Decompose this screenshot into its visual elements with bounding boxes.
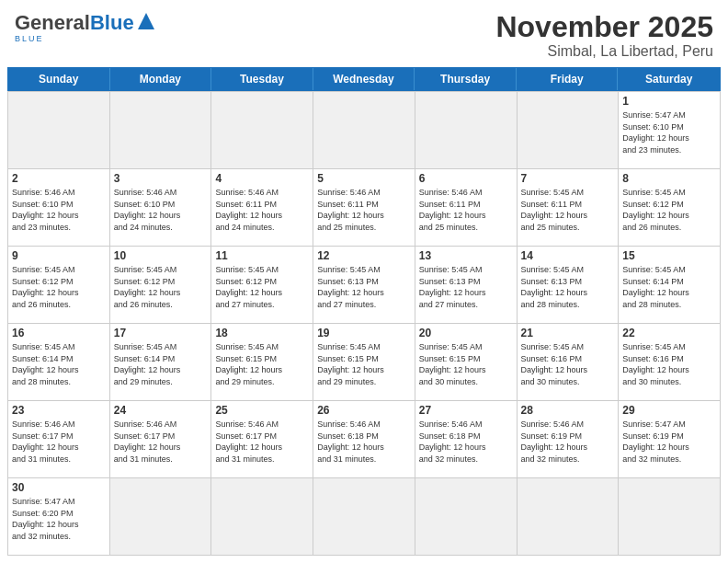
calendar-day-12: 12Sunrise: 5:45 AM Sunset: 6:13 PM Dayli… [313,246,415,323]
calendar-day-21: 21Sunrise: 5:45 AM Sunset: 6:16 PM Dayli… [518,323,620,400]
day-number: 8 [622,172,716,185]
day-info: Sunrise: 5:46 AM Sunset: 6:18 PM Dayligh… [317,419,384,464]
logo-triangle-icon [138,13,154,29]
day-info: Sunrise: 5:46 AM Sunset: 6:10 PM Dayligh… [114,188,181,232]
day-info: Sunrise: 5:45 AM Sunset: 6:12 PM Dayligh… [114,265,181,309]
day-header-monday: Monday [110,68,212,90]
day-number: 21 [521,327,615,339]
day-info: Sunrise: 5:45 AM Sunset: 6:11 PM Dayligh… [521,188,588,232]
calendar-day-16: 16Sunrise: 5:45 AM Sunset: 6:14 PM Dayli… [8,323,110,400]
day-number: 9 [12,249,106,262]
empty-cell [415,477,518,555]
day-number: 20 [419,327,513,339]
calendar-day-14: 14Sunrise: 5:45 AM Sunset: 6:13 PM Dayli… [518,246,620,323]
day-info: Sunrise: 5:46 AM Sunset: 6:11 PM Dayligh… [419,188,486,232]
day-info: Sunrise: 5:46 AM Sunset: 6:17 PM Dayligh… [215,419,282,464]
day-number: 30 [12,481,106,494]
day-number: 19 [317,327,411,339]
day-info: Sunrise: 5:45 AM Sunset: 6:16 PM Dayligh… [521,342,588,386]
page: GeneralBlue BLUE November 2025 Simbal, L… [0,0,728,563]
day-number: 25 [215,404,309,417]
day-number: 12 [317,249,411,262]
location-title: Simbal, La Libertad, Peru [495,43,713,60]
day-number: 10 [114,249,208,262]
logo-blue-underline: BLUE [15,34,154,43]
day-number: 2 [12,172,106,185]
day-info: Sunrise: 5:45 AM Sunset: 6:12 PM Dayligh… [12,265,79,309]
calendar-day-22: 22Sunrise: 5:45 AM Sunset: 6:16 PM Dayli… [619,323,721,400]
calendar-day-30: 30Sunrise: 5:47 AM Sunset: 6:20 PM Dayli… [8,477,110,555]
calendar-day-2: 2Sunrise: 5:46 AM Sunset: 6:10 PM Daylig… [8,168,110,246]
day-info: Sunrise: 5:46 AM Sunset: 6:10 PM Dayligh… [12,188,79,232]
day-number: 11 [215,249,309,262]
calendar-day-25: 25Sunrise: 5:46 AM Sunset: 6:17 PM Dayli… [211,400,313,477]
day-info: Sunrise: 5:46 AM Sunset: 6:17 PM Dayligh… [114,419,181,464]
day-number: 5 [317,172,411,185]
empty-cell [211,477,313,555]
day-header-thursday: Thursday [415,68,517,90]
day-number: 15 [622,249,716,262]
day-info: Sunrise: 5:46 AM Sunset: 6:17 PM Dayligh… [12,419,79,464]
day-info: Sunrise: 5:45 AM Sunset: 6:15 PM Dayligh… [317,342,384,386]
day-info: Sunrise: 5:45 AM Sunset: 6:13 PM Dayligh… [317,265,384,309]
day-info: Sunrise: 5:45 AM Sunset: 6:16 PM Dayligh… [622,342,689,386]
calendar-day-1: 1Sunrise: 5:47 AM Sunset: 6:10 PM Daylig… [619,91,721,168]
day-info: Sunrise: 5:47 AM Sunset: 6:20 PM Dayligh… [12,497,79,541]
calendar-day-3: 3Sunrise: 5:46 AM Sunset: 6:10 PM Daylig… [110,168,212,246]
calendar-day-13: 13Sunrise: 5:45 AM Sunset: 6:13 PM Dayli… [415,246,518,323]
calendar-day-7: 7Sunrise: 5:45 AM Sunset: 6:11 PM Daylig… [518,168,620,246]
day-info: Sunrise: 5:45 AM Sunset: 6:13 PM Dayligh… [521,265,588,309]
day-info: Sunrise: 5:45 AM Sunset: 6:14 PM Dayligh… [622,265,689,309]
month-title: November 2025 [495,11,713,43]
day-number: 23 [12,404,106,417]
empty-cell [110,477,212,555]
day-number: 17 [114,327,208,339]
logo-general-text: GeneralBlue [15,11,134,35]
calendar-grid: 1Sunrise: 5:47 AM Sunset: 6:10 PM Daylig… [7,91,721,556]
calendar: SundayMondayTuesdayWednesdayThursdayFrid… [0,67,728,563]
day-info: Sunrise: 5:45 AM Sunset: 6:15 PM Dayligh… [215,342,282,386]
day-number: 18 [215,327,309,339]
calendar-day-9: 9Sunrise: 5:45 AM Sunset: 6:12 PM Daylig… [8,246,110,323]
day-number: 29 [622,404,716,417]
day-info: Sunrise: 5:46 AM Sunset: 6:18 PM Dayligh… [419,419,486,464]
calendar-day-4: 4Sunrise: 5:46 AM Sunset: 6:11 PM Daylig… [211,168,313,246]
day-info: Sunrise: 5:46 AM Sunset: 6:11 PM Dayligh… [317,188,384,232]
day-number: 27 [419,404,513,417]
header: GeneralBlue BLUE November 2025 Simbal, L… [0,0,728,67]
calendar-day-15: 15Sunrise: 5:45 AM Sunset: 6:14 PM Dayli… [619,246,721,323]
day-header-wednesday: Wednesday [313,68,415,90]
day-info: Sunrise: 5:45 AM Sunset: 6:12 PM Dayligh… [215,265,282,309]
day-info: Sunrise: 5:45 AM Sunset: 6:14 PM Dayligh… [114,342,181,386]
day-info: Sunrise: 5:47 AM Sunset: 6:10 PM Dayligh… [622,110,689,155]
empty-cell [313,91,415,168]
calendar-day-8: 8Sunrise: 5:45 AM Sunset: 6:12 PM Daylig… [619,168,721,246]
empty-cell [211,91,313,168]
day-info: Sunrise: 5:45 AM Sunset: 6:12 PM Dayligh… [622,188,689,232]
day-number: 14 [521,249,615,262]
day-number: 3 [114,172,208,185]
calendar-day-26: 26Sunrise: 5:46 AM Sunset: 6:18 PM Dayli… [313,400,415,477]
day-info: Sunrise: 5:45 AM Sunset: 6:14 PM Dayligh… [12,342,79,386]
calendar-day-10: 10Sunrise: 5:45 AM Sunset: 6:12 PM Dayli… [110,246,212,323]
day-number: 7 [521,172,615,185]
calendar-day-20: 20Sunrise: 5:45 AM Sunset: 6:15 PM Dayli… [415,323,518,400]
calendar-day-5: 5Sunrise: 5:46 AM Sunset: 6:11 PM Daylig… [313,168,415,246]
day-header-sunday: Sunday [8,68,110,90]
empty-cell [313,477,415,555]
day-info: Sunrise: 5:45 AM Sunset: 6:13 PM Dayligh… [419,265,486,309]
calendar-day-18: 18Sunrise: 5:45 AM Sunset: 6:15 PM Dayli… [211,323,313,400]
day-header-tuesday: Tuesday [211,68,313,90]
day-number: 26 [317,404,411,417]
empty-cell [8,91,110,168]
calendar-day-19: 19Sunrise: 5:45 AM Sunset: 6:15 PM Dayli… [313,323,415,400]
calendar-day-24: 24Sunrise: 5:46 AM Sunset: 6:17 PM Dayli… [110,400,212,477]
day-headers: SundayMondayTuesdayWednesdayThursdayFrid… [7,67,721,91]
calendar-day-11: 11Sunrise: 5:45 AM Sunset: 6:12 PM Dayli… [211,246,313,323]
day-number: 1 [622,95,716,108]
day-info: Sunrise: 5:46 AM Sunset: 6:11 PM Dayligh… [215,188,282,232]
day-info: Sunrise: 5:47 AM Sunset: 6:19 PM Dayligh… [622,419,689,464]
day-number: 28 [521,404,615,417]
calendar-day-17: 17Sunrise: 5:45 AM Sunset: 6:14 PM Dayli… [110,323,212,400]
day-header-friday: Friday [517,68,619,90]
